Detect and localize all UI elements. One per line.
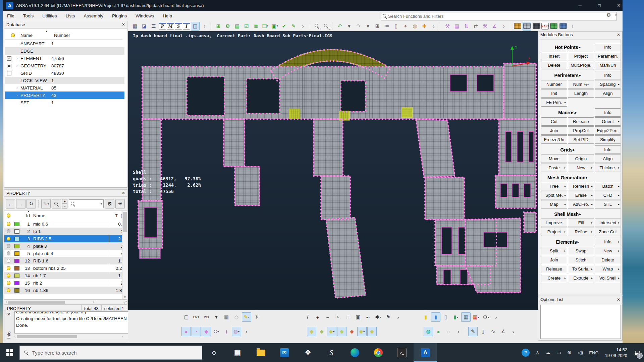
wire-volume-icon[interactable]: ▦▾ bbox=[471, 312, 481, 322]
quad-cross-icon[interactable]: ◆ bbox=[317, 327, 326, 336]
property-column-header[interactable]: ▲ Id Name T ▥ bbox=[4, 211, 127, 220]
edge-icon[interactable] bbox=[343, 343, 367, 362]
property-row-1[interactable]: 1mid 0.60.6 bbox=[4, 220, 127, 228]
visibility-checkbox[interactable] bbox=[7, 56, 11, 61]
shaded-mesh-mode-icon[interactable] bbox=[559, 22, 568, 31]
chevron-more-icon[interactable]: › bbox=[429, 22, 438, 31]
levels-icon[interactable]: ☰ bbox=[149, 22, 158, 31]
module-button-stl[interactable]: STL▸ bbox=[595, 200, 621, 208]
module-button-remesh[interactable]: Remesh▸ bbox=[568, 182, 594, 190]
module-button-intersect[interactable]: Intersect▸ bbox=[595, 219, 621, 227]
chevron-more-icon[interactable]: › bbox=[491, 312, 501, 322]
options-close-icon[interactable]: ✕ bbox=[617, 297, 620, 302]
grid-dots-icon[interactable]: ∷ bbox=[343, 312, 353, 322]
module-button-advfro[interactable]: Adv.Fro.▸ bbox=[568, 200, 594, 208]
property-row-4[interactable]: 4plate 33. bbox=[4, 242, 127, 250]
hotpoint-add-icon[interactable]: ∷▾ bbox=[212, 327, 221, 336]
module-button-fill[interactable]: Fill▸ bbox=[568, 219, 594, 227]
module-button-volshell[interactable]: Vol.Shell▸ bbox=[595, 274, 621, 282]
module-button-extrude[interactable]: Extrude▸ bbox=[568, 274, 594, 282]
database-row-property[interactable]: ›PROPERTY43 bbox=[5, 92, 124, 99]
expand-chevron-icon[interactable]: › bbox=[14, 93, 20, 98]
visibility-bulb-icon[interactable] bbox=[7, 288, 10, 292]
redo-icon[interactable]: ↷ bbox=[354, 22, 363, 31]
chevron-more-icon[interactable]: › bbox=[393, 312, 403, 322]
module-button-stitch[interactable]: Stitch bbox=[568, 256, 594, 264]
module-button-info[interactable]: Info bbox=[595, 43, 621, 51]
module-button-erase[interactable]: Erase▸ bbox=[568, 191, 594, 199]
parts-button[interactable]: P bbox=[159, 23, 166, 29]
module-button-edge2peri[interactable]: Edge2Peri. bbox=[595, 126, 621, 135]
menu-plugins[interactable]: Plugins bbox=[108, 11, 131, 21]
polygon-select-icon[interactable]: ◇ bbox=[232, 312, 241, 322]
language-indicator[interactable]: ENG bbox=[589, 350, 598, 355]
visibility-checkbox[interactable] bbox=[7, 64, 11, 68]
file-explorer-icon[interactable] bbox=[249, 343, 273, 362]
visibility-bulb-icon[interactable] bbox=[7, 229, 10, 233]
module-button-insert[interactable]: Insert bbox=[541, 52, 567, 60]
module-button-setpid[interactable]: Set PID bbox=[568, 135, 594, 144]
menu-utilities[interactable]: Utilities bbox=[38, 11, 61, 21]
start-button[interactable] bbox=[0, 343, 19, 362]
stream-app-icon[interactable]: S bbox=[320, 343, 343, 362]
mesh-volume-icon[interactable]: ▦ bbox=[461, 312, 471, 322]
align-vertical-icon[interactable]: ⇅ bbox=[462, 22, 471, 31]
network-globe-icon[interactable]: ⊕ bbox=[567, 350, 572, 356]
maximize-button[interactable]: □ bbox=[592, 0, 607, 11]
modules-panel-header[interactable]: Modules Buttons ✕ bbox=[538, 32, 622, 38]
property-row-16[interactable]: 16rib 1.861.86 bbox=[4, 287, 127, 294]
menu-help[interactable]: Help bbox=[158, 11, 176, 21]
property-row-3[interactable]: 3RIBS 2.52.5 bbox=[4, 235, 127, 242]
visibility-bulb-icon[interactable] bbox=[7, 281, 10, 285]
menu-windows[interactable]: Windows bbox=[131, 11, 158, 21]
menu-assembly[interactable]: Assembly bbox=[79, 11, 108, 21]
module-button-delete[interactable]: Delete bbox=[595, 256, 621, 264]
taskbar-search-box[interactable]: Type here to search bbox=[19, 346, 202, 360]
parts-copy-icon[interactable]: ◪ bbox=[140, 22, 149, 31]
module-button-markun[interactable]: Mark/Un bbox=[595, 61, 621, 69]
minimize-button[interactable]: ─ bbox=[572, 0, 588, 11]
mail-icon[interactable]: ✉ bbox=[273, 343, 296, 362]
paint-filter-icon[interactable]: ✎▾ bbox=[41, 199, 51, 208]
module-button-spotme[interactable]: Spot Me.▸ bbox=[541, 191, 567, 199]
property-color-swatch[interactable] bbox=[14, 259, 19, 263]
zoom-in-icon[interactable]: + bbox=[312, 22, 321, 31]
beam-tool-icon[interactable]: I bbox=[222, 327, 231, 336]
info-close-icon[interactable]: ✕ bbox=[7, 312, 11, 317]
module-button-release[interactable]: Release bbox=[541, 265, 567, 273]
pid-select-button[interactable]: PID bbox=[202, 312, 211, 322]
property-row-15[interactable]: 15rib 22. bbox=[4, 279, 127, 287]
database-row-set[interactable]: SET1 bbox=[5, 99, 124, 106]
wire-dark-mode-icon[interactable] bbox=[532, 22, 541, 31]
module-button-split[interactable]: Split▸ bbox=[541, 247, 567, 255]
ent-select-button[interactable]: ENT bbox=[192, 312, 201, 322]
brush-icon[interactable]: ✎ bbox=[289, 22, 298, 31]
database-row-edge[interactable]: EDGE bbox=[5, 47, 124, 55]
zoom-plus-minus-stepper[interactable]: +− bbox=[62, 199, 67, 208]
copy-front-icon[interactable]: ▣ bbox=[353, 312, 363, 322]
module-button-free[interactable]: Free▸ bbox=[541, 182, 567, 190]
visible-copy-icon[interactable]: ▣ bbox=[222, 312, 231, 322]
search-dropdown-icon[interactable]: ▾ bbox=[615, 13, 617, 17]
visibility-bulb-icon[interactable] bbox=[7, 244, 10, 248]
solid-mode-icon[interactable]: ▮ bbox=[431, 312, 440, 322]
module-button-spacing[interactable]: Spacing▸ bbox=[595, 80, 621, 88]
chevron-more-icon[interactable]: › bbox=[499, 22, 508, 31]
model-viewport[interactable]: Ip dash board final .igs.ansa, Current P… bbox=[128, 31, 538, 310]
chrome-icon[interactable] bbox=[367, 343, 390, 362]
notes-icon[interactable]: ▤ bbox=[452, 22, 461, 31]
visibility-checkbox[interactable] bbox=[7, 71, 11, 75]
chevron-more-icon[interactable]: › bbox=[200, 22, 209, 31]
chevron-more-icon[interactable]: › bbox=[299, 22, 307, 31]
surface-tool-icon[interactable]: ◍▾ bbox=[232, 327, 241, 336]
module-button-projcut[interactable]: Proj.Cut bbox=[568, 126, 594, 135]
sets-button[interactable]: S bbox=[175, 23, 182, 29]
database-row-geometry[interactable]: ›GEOMETRY80787 bbox=[5, 62, 124, 69]
module-button-simplify[interactable]: Simplify bbox=[595, 135, 621, 144]
database-row-element[interactable]: ›ELEMENT47556 bbox=[5, 55, 124, 62]
module-button-num-[interactable]: Num +/- bbox=[568, 80, 594, 88]
module-button-info[interactable]: Info bbox=[595, 145, 621, 154]
module-button-delete[interactable]: Delete bbox=[541, 61, 567, 69]
function-search-bar[interactable] bbox=[381, 12, 617, 20]
visibility-bulb-icon[interactable] bbox=[7, 222, 10, 226]
